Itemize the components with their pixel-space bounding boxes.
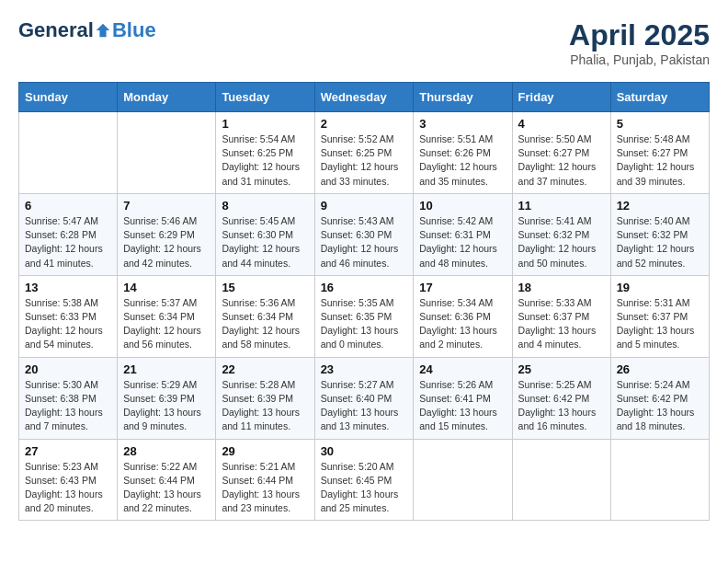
day-number: 16 — [321, 281, 408, 294]
day-info: Sunrise: 5:51 AM Sunset: 6:26 PM Dayligh… — [419, 132, 506, 189]
day-number: 24 — [419, 362, 506, 376]
week-row-4: 20Sunrise: 5:30 AM Sunset: 6:38 PM Dayli… — [19, 357, 710, 439]
day-number: 12 — [617, 199, 703, 213]
week-row-2: 6Sunrise: 5:47 AM Sunset: 6:28 PM Daylig… — [19, 193, 710, 275]
weekday-saturday: Saturday — [610, 83, 709, 112]
day-number: 26 — [617, 362, 703, 376]
logo: General Blue — [18, 18, 156, 42]
day-number: 15 — [222, 281, 308, 294]
day-info: Sunrise: 5:23 AM Sunset: 6:43 PM Dayligh… — [25, 460, 111, 516]
calendar-cell: 5Sunrise: 5:48 AM Sunset: 6:27 PM Daylig… — [610, 112, 709, 194]
day-number: 3 — [419, 117, 506, 131]
calendar-cell: 22Sunrise: 5:28 AM Sunset: 6:39 PM Dayli… — [216, 357, 314, 439]
week-row-5: 27Sunrise: 5:23 AM Sunset: 6:43 PM Dayli… — [19, 439, 710, 521]
day-number: 2 — [321, 117, 408, 131]
weekday-thursday: Thursday — [414, 83, 512, 112]
weekday-friday: Friday — [512, 83, 610, 112]
calendar-cell: 8Sunrise: 5:45 AM Sunset: 6:30 PM Daylig… — [216, 193, 314, 275]
calendar-cell: 12Sunrise: 5:40 AM Sunset: 6:32 PM Dayli… — [610, 193, 709, 275]
calendar-table: SundayMondayTuesdayWednesdayThursdayFrid… — [18, 82, 710, 521]
day-number: 20 — [25, 362, 111, 376]
day-info: Sunrise: 5:43 AM Sunset: 6:30 PM Dayligh… — [321, 214, 408, 270]
calendar-cell: 21Sunrise: 5:29 AM Sunset: 6:39 PM Dayli… — [118, 357, 216, 439]
day-info: Sunrise: 5:52 AM Sunset: 6:25 PM Dayligh… — [321, 132, 408, 189]
calendar-cell: 25Sunrise: 5:25 AM Sunset: 6:42 PM Dayli… — [512, 357, 610, 439]
day-number: 19 — [617, 281, 703, 294]
calendar-cell: 23Sunrise: 5:27 AM Sunset: 6:40 PM Dayli… — [314, 357, 414, 439]
day-info: Sunrise: 5:36 AM Sunset: 6:34 PM Dayligh… — [222, 296, 308, 352]
calendar-cell — [19, 112, 118, 194]
day-number: 25 — [518, 362, 605, 376]
calendar-cell: 20Sunrise: 5:30 AM Sunset: 6:38 PM Dayli… — [19, 357, 118, 439]
day-number: 8 — [222, 199, 308, 213]
calendar-cell: 30Sunrise: 5:20 AM Sunset: 6:45 PM Dayli… — [314, 439, 414, 521]
weekday-header-row: SundayMondayTuesdayWednesdayThursdayFrid… — [19, 83, 710, 112]
day-number: 4 — [518, 117, 605, 131]
day-number: 7 — [123, 199, 210, 213]
day-info: Sunrise: 5:40 AM Sunset: 6:32 PM Dayligh… — [617, 214, 703, 270]
calendar-cell: 1Sunrise: 5:54 AM Sunset: 6:25 PM Daylig… — [216, 112, 314, 194]
day-info: Sunrise: 5:38 AM Sunset: 6:33 PM Dayligh… — [25, 296, 111, 352]
day-info: Sunrise: 5:27 AM Sunset: 6:40 PM Dayligh… — [321, 378, 408, 434]
location-subtitle: Phalia, Punjab, Pakistan — [569, 52, 710, 67]
weekday-monday: Monday — [118, 83, 216, 112]
day-number: 13 — [25, 281, 111, 294]
calendar-cell: 3Sunrise: 5:51 AM Sunset: 6:26 PM Daylig… — [414, 112, 512, 194]
day-info: Sunrise: 5:30 AM Sunset: 6:38 PM Dayligh… — [25, 378, 111, 434]
logo-blue-text: Blue — [112, 18, 156, 42]
calendar-cell: 26Sunrise: 5:24 AM Sunset: 6:42 PM Dayli… — [610, 357, 709, 439]
day-info: Sunrise: 5:35 AM Sunset: 6:35 PM Dayligh… — [321, 296, 408, 352]
calendar-cell: 15Sunrise: 5:36 AM Sunset: 6:34 PM Dayli… — [216, 275, 314, 357]
day-info: Sunrise: 5:50 AM Sunset: 6:27 PM Dayligh… — [518, 132, 605, 189]
day-info: Sunrise: 5:48 AM Sunset: 6:27 PM Dayligh… — [617, 132, 703, 189]
page-header: General Blue April 2025 Phalia, Punjab, … — [18, 18, 710, 67]
day-info: Sunrise: 5:24 AM Sunset: 6:42 PM Dayligh… — [617, 378, 703, 434]
calendar-cell — [512, 439, 610, 521]
day-info: Sunrise: 5:47 AM Sunset: 6:28 PM Dayligh… — [25, 214, 111, 270]
calendar-cell: 28Sunrise: 5:22 AM Sunset: 6:44 PM Dayli… — [118, 439, 216, 521]
day-number: 28 — [123, 444, 210, 458]
logo-icon — [95, 22, 111, 39]
day-info: Sunrise: 5:34 AM Sunset: 6:36 PM Dayligh… — [419, 296, 506, 352]
calendar-cell: 11Sunrise: 5:41 AM Sunset: 6:32 PM Dayli… — [512, 193, 610, 275]
day-number: 23 — [321, 362, 408, 376]
calendar-cell — [610, 439, 709, 521]
day-info: Sunrise: 5:41 AM Sunset: 6:32 PM Dayligh… — [518, 214, 605, 270]
calendar-cell: 6Sunrise: 5:47 AM Sunset: 6:28 PM Daylig… — [19, 193, 118, 275]
day-number: 30 — [321, 444, 408, 458]
day-number: 17 — [419, 281, 506, 294]
day-info: Sunrise: 5:33 AM Sunset: 6:37 PM Dayligh… — [518, 296, 605, 352]
day-info: Sunrise: 5:21 AM Sunset: 6:44 PM Dayligh… — [222, 460, 308, 516]
day-number: 9 — [321, 199, 408, 213]
day-number: 29 — [222, 444, 308, 458]
day-info: Sunrise: 5:28 AM Sunset: 6:39 PM Dayligh… — [222, 378, 308, 434]
calendar-cell — [118, 112, 216, 194]
weekday-sunday: Sunday — [19, 83, 118, 112]
calendar-cell: 2Sunrise: 5:52 AM Sunset: 6:25 PM Daylig… — [314, 112, 414, 194]
day-number: 22 — [222, 362, 308, 376]
day-info: Sunrise: 5:45 AM Sunset: 6:30 PM Dayligh… — [222, 214, 308, 270]
calendar-cell: 9Sunrise: 5:43 AM Sunset: 6:30 PM Daylig… — [314, 193, 414, 275]
title-block: April 2025 Phalia, Punjab, Pakistan — [569, 18, 710, 67]
calendar-cell: 4Sunrise: 5:50 AM Sunset: 6:27 PM Daylig… — [512, 112, 610, 194]
svg-marker-0 — [97, 24, 109, 37]
week-row-3: 13Sunrise: 5:38 AM Sunset: 6:33 PM Dayli… — [19, 275, 710, 357]
day-number: 27 — [25, 444, 111, 458]
day-info: Sunrise: 5:26 AM Sunset: 6:41 PM Dayligh… — [419, 378, 506, 434]
calendar-cell: 27Sunrise: 5:23 AM Sunset: 6:43 PM Dayli… — [19, 439, 118, 521]
day-info: Sunrise: 5:37 AM Sunset: 6:34 PM Dayligh… — [123, 296, 210, 352]
day-number: 18 — [518, 281, 605, 294]
calendar-cell: 19Sunrise: 5:31 AM Sunset: 6:37 PM Dayli… — [610, 275, 709, 357]
day-info: Sunrise: 5:22 AM Sunset: 6:44 PM Dayligh… — [123, 460, 210, 516]
day-number: 6 — [25, 199, 111, 213]
week-row-1: 1Sunrise: 5:54 AM Sunset: 6:25 PM Daylig… — [19, 112, 710, 194]
calendar-cell: 29Sunrise: 5:21 AM Sunset: 6:44 PM Dayli… — [216, 439, 314, 521]
calendar-cell: 13Sunrise: 5:38 AM Sunset: 6:33 PM Dayli… — [19, 275, 118, 357]
calendar-cell: 18Sunrise: 5:33 AM Sunset: 6:37 PM Dayli… — [512, 275, 610, 357]
calendar-body: 1Sunrise: 5:54 AM Sunset: 6:25 PM Daylig… — [19, 112, 710, 521]
day-info: Sunrise: 5:31 AM Sunset: 6:37 PM Dayligh… — [617, 296, 703, 352]
calendar-cell: 24Sunrise: 5:26 AM Sunset: 6:41 PM Dayli… — [414, 357, 512, 439]
day-info: Sunrise: 5:29 AM Sunset: 6:39 PM Dayligh… — [123, 378, 210, 434]
day-number: 5 — [617, 117, 703, 131]
weekday-tuesday: Tuesday — [216, 83, 314, 112]
